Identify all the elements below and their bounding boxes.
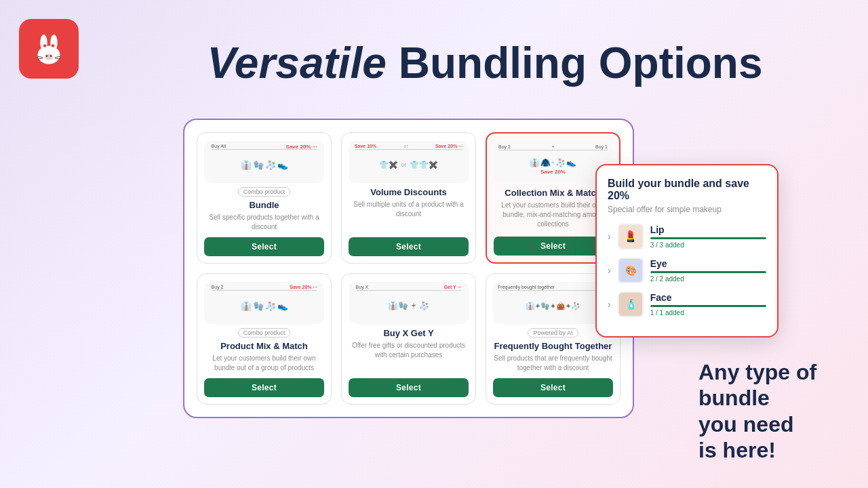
card-product-title: Product Mix & Match xyxy=(220,341,308,351)
popup-title: Build your bundle and save 20% xyxy=(608,178,766,202)
popup-row-face: › 🧴 Face 1 / 1 added xyxy=(608,291,766,317)
illus-buy2: Buy 2 xyxy=(498,144,511,149)
illus-save-badge: Save 20% xyxy=(540,169,566,175)
bottom-right-text: Any type of bundle you need is here! xyxy=(698,359,848,464)
popup-face-name: Face xyxy=(650,292,766,303)
card-bundle-illustration: Buy All Save 20% ··· 👔🧤🧦👟 xyxy=(204,141,324,183)
card-fbt-title: Frequently Bought Together xyxy=(494,341,612,351)
popup-row-lip: › 💄 Lip 3 / 3 added xyxy=(608,224,766,249)
heading-rest: Bundling Options xyxy=(387,39,763,87)
card-volume-select[interactable]: Select xyxy=(349,237,469,256)
card-bundle-badge: Combo product xyxy=(238,187,291,197)
popup-bundle-builder: Build your bundle and save 20% Special o… xyxy=(595,164,778,338)
svg-text:🧴: 🧴 xyxy=(625,299,637,310)
illus-buy2b: Buy 2 xyxy=(212,285,224,289)
illus-save-10: Save 10% xyxy=(355,144,376,148)
popup-subtitle: Special offer for simple makeup xyxy=(608,205,766,214)
card-bxgy: Buy X Get Y ··· 👔🧤 + 🧦 Buy X Get Y Offer… xyxy=(341,273,476,405)
popup-lip-progress-fill xyxy=(650,237,766,239)
illus-save20b: Save 20% ··· xyxy=(290,285,317,289)
card-collection-title: Collection Mix & Match xyxy=(505,188,601,198)
popup-lip-progress xyxy=(650,237,766,239)
popup-row-eye: › 🎨 Eye 2 / 2 added xyxy=(608,258,766,283)
popup-thumb-eye: 🎨 xyxy=(618,258,644,283)
card-product-desc: Let your customers build their own bundl… xyxy=(204,354,324,373)
card-collection-illustration: Buy 2 + Buy 1 👔🧥+🧦👟 Save 20% xyxy=(494,142,612,184)
bottom-line2: you need xyxy=(698,411,848,437)
popup-eye-added: 2 / 2 added xyxy=(650,275,766,283)
popup-item-eye: Eye 2 / 2 added xyxy=(650,258,766,283)
svg-text:💄: 💄 xyxy=(624,230,637,243)
illus-save-20: Save 20% ··· xyxy=(435,144,462,148)
chevron-right-icon-face[interactable]: › xyxy=(608,299,611,310)
popup-item-face: Face 1 / 1 added xyxy=(650,292,766,317)
chevron-right-icon-lip[interactable]: › xyxy=(608,231,611,242)
popup-eye-progress-fill xyxy=(650,271,766,273)
card-bxgy-select[interactable]: Select xyxy=(349,378,469,397)
app-logo xyxy=(19,19,79,79)
card-bxgy-desc: Offer free gifts or discounted products … xyxy=(349,341,469,373)
illus-or: or xyxy=(403,144,408,148)
card-volume-illustration: Save 10% or Save 20% ··· 👕✖️ or 👕👕✖️ xyxy=(349,141,469,183)
svg-line-11 xyxy=(55,58,60,59)
card-bxgy-illustration: Buy X Get Y ··· 👔🧤 + 🧦 xyxy=(349,282,469,324)
card-bundle-select[interactable]: Select xyxy=(204,237,324,256)
svg-point-5 xyxy=(45,54,53,60)
chevron-right-icon-eye[interactable]: › xyxy=(608,265,611,276)
page-heading: Versatile Bundling Options xyxy=(102,39,868,87)
svg-text:🎨: 🎨 xyxy=(625,265,637,277)
card-product-illustration: Buy 2 Save 20% ··· 👔🧤🧦👟 xyxy=(204,282,324,324)
popup-eye-name: Eye xyxy=(650,258,766,269)
bottom-line3: is here! xyxy=(698,437,848,463)
illus-plus: + xyxy=(551,144,554,149)
heading-italic: Versatile xyxy=(207,39,386,87)
card-bundle-desc: Sell specific products together with a d… xyxy=(204,213,324,232)
illus-buyx: Buy X xyxy=(356,285,369,289)
popup-item-lip: Lip 3 / 3 added xyxy=(650,224,766,249)
popup-thumb-lip: 💄 xyxy=(618,224,644,249)
card-volume-discounts: Save 10% or Save 20% ··· 👕✖️ or 👕👕✖️ Vol… xyxy=(341,132,476,264)
card-collection-desc: Let your customers build their own bundl… xyxy=(494,201,612,231)
popup-face-progress-fill xyxy=(650,305,766,307)
card-bxgy-title: Buy X Get Y xyxy=(383,328,433,338)
popup-lip-added: 3 / 3 added xyxy=(650,241,766,249)
card-volume-desc: Sell multiple units of a product with a … xyxy=(349,200,469,232)
card-bundle-title: Bundle xyxy=(249,200,279,210)
card-fbt-desc: Sell products that are frequently bought… xyxy=(493,354,613,373)
card-fbt-badge: Powered by AI xyxy=(528,328,578,338)
illus-gety: Get Y ··· xyxy=(444,285,462,289)
card-collection-select[interactable]: Select xyxy=(494,237,612,256)
card-product-mix: Buy 2 Save 20% ··· 👔🧤🧦👟 Combo product Pr… xyxy=(197,273,332,405)
card-fbt-select[interactable]: Select xyxy=(493,378,613,397)
illus-buy1: Buy 1 xyxy=(595,144,608,149)
svg-point-4 xyxy=(52,44,55,47)
card-volume-title: Volume Discounts xyxy=(370,187,446,197)
card-bundle: Buy All Save 20% ··· 👔🧤🧦👟 Combo product … xyxy=(197,132,332,264)
card-product-select[interactable]: Select xyxy=(204,378,324,397)
popup-face-progress xyxy=(650,305,766,307)
svg-point-1 xyxy=(40,35,47,51)
svg-point-3 xyxy=(43,44,47,47)
popup-eye-progress xyxy=(650,271,766,273)
card-product-badge: Combo product xyxy=(238,328,291,338)
popup-face-added: 1 / 1 added xyxy=(650,309,766,317)
svg-point-6 xyxy=(46,55,48,57)
rabbit-icon xyxy=(28,28,69,69)
popup-thumb-face: 🧴 xyxy=(618,291,644,317)
cards-grid: Buy All Save 20% ··· 👔🧤🧦👟 Combo product … xyxy=(183,119,634,418)
svg-point-7 xyxy=(50,55,52,57)
bottom-line1: Any type of bundle xyxy=(698,359,848,411)
illus-fbt-label: Frequently bought together xyxy=(498,285,555,289)
popup-lip-name: Lip xyxy=(650,224,766,235)
svg-point-2 xyxy=(50,35,58,51)
svg-line-9 xyxy=(37,58,43,59)
